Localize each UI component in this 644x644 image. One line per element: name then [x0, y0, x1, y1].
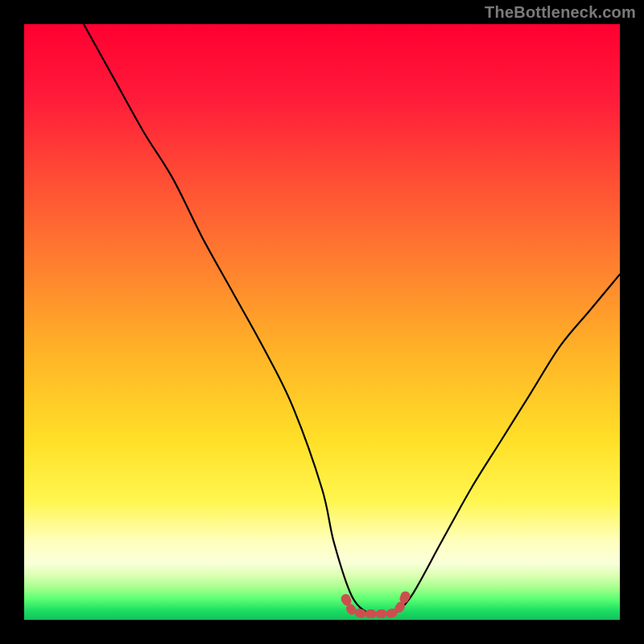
- bottleneck-chart: [0, 0, 644, 644]
- optimal-endpoint-left: [341, 594, 351, 604]
- chart-frame: TheBottleneck.com: [0, 0, 644, 644]
- optimal-endpoint-right: [401, 591, 411, 601]
- watermark-label: TheBottleneck.com: [485, 3, 636, 22]
- plot-background: [24, 24, 620, 620]
